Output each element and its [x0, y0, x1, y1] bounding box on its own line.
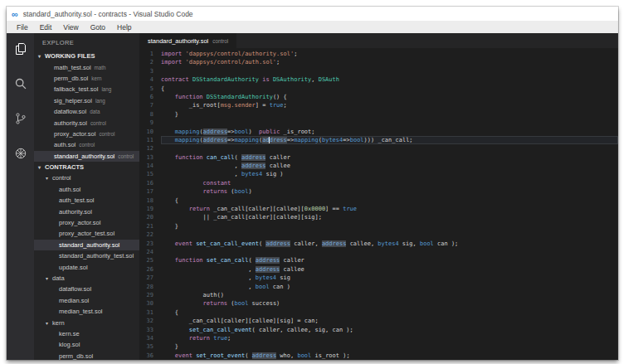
working-file-item[interactable]: math_test.solmath	[34, 61, 139, 72]
debug-icon[interactable]	[14, 147, 27, 160]
working-file-item[interactable]: proxy_actor.solcontrol	[34, 129, 139, 139]
code-line[interactable]: 9	[139, 119, 618, 127]
code-line[interactable]: 31 {	[139, 308, 618, 317]
tree-folder-control[interactable]: ▾control	[34, 172, 139, 183]
tree-folder-kern[interactable]: ▾kern	[34, 317, 139, 328]
vscode-logo-icon: ∞	[12, 10, 18, 18]
code-line[interactable]: 20 || _can_call[caller][callee][sig];	[139, 213, 618, 221]
line-number: 23	[139, 240, 161, 248]
code-line[interactable]: 12	[139, 144, 618, 153]
code-line[interactable]: 28 , bool can )	[139, 283, 618, 291]
tree-folder-data[interactable]: ▾data	[34, 273, 139, 284]
code-line[interactable]: 17 returns (bool)	[139, 187, 618, 196]
tree-file-proxy-actor-test-sol[interactable]: proxy_actor_test.sol	[34, 228, 139, 239]
code-line[interactable]: 2import 'dappsys/control/auth.sol';	[139, 58, 618, 66]
code-line[interactable]: 27 , bytes4 sig	[139, 274, 618, 282]
code-line[interactable]: 22	[139, 231, 618, 239]
tree-file-dataflow-sol[interactable]: dataflow.sol	[34, 284, 139, 294]
code-line[interactable]: 24	[139, 248, 618, 256]
menu-item-view[interactable]: View	[57, 23, 84, 32]
tree-file-standard-authority-test-sol[interactable]: standard_authority_test.sol	[34, 250, 139, 261]
code-line[interactable]: 19 return _can_call[caller][callee][0x00…	[139, 205, 618, 213]
working-file-item[interactable]: authority.solcontrol	[34, 117, 139, 128]
git-icon[interactable]	[14, 112, 27, 125]
code-line[interactable]: 5{	[139, 85, 618, 93]
chevron-down-icon: ▾	[44, 320, 50, 326]
code-token: set_can_call_event	[189, 327, 252, 333]
line-number: 15	[139, 170, 161, 178]
tree-file-proxy-actor-sol[interactable]: proxy_actor.sol	[34, 217, 139, 228]
working-file-item[interactable]: dataflow.soldata	[34, 106, 139, 117]
line-number: 6	[139, 93, 161, 101]
code-line[interactable]: 34 return true;	[139, 334, 618, 342]
code-token: event	[175, 352, 192, 359]
tree-file-standard-authority-sol[interactable]: standard_authority.sol	[34, 240, 139, 250]
code-line[interactable]: 10 mapping(address=>bool) public _is_roo…	[139, 128, 618, 136]
code-line[interactable]: 35 }	[139, 342, 618, 351]
code-token: _can_call[caller][callee][	[210, 206, 304, 212]
tree-file-median-sol[interactable]: median.sol	[34, 295, 139, 306]
line-number: 3	[139, 67, 161, 75]
code-token	[161, 154, 175, 161]
working-file-item[interactable]: perm_db.solkern	[34, 73, 139, 84]
code-line[interactable]: 36 event set_root_event( address who, bo…	[139, 352, 618, 360]
file-tag: lang	[95, 98, 105, 104]
title-bar[interactable]: ∞ standard_authority.sol - contracts - V…	[7, 7, 618, 21]
code-line[interactable]: 4contract DSStandardAuthority is DSAutho…	[139, 75, 618, 84]
contracts-header[interactable]: ▾ CONTRACTS	[34, 162, 139, 172]
code-token: sig,	[399, 240, 420, 247]
tree-file-auth-test-sol[interactable]: auth_test.sol	[34, 195, 139, 206]
code-line[interactable]: 8 }	[139, 110, 618, 119]
code-line[interactable]: 29 auth()	[139, 291, 618, 299]
code-token: is_root );	[311, 352, 349, 359]
code-editor[interactable]: 1import 'dappsys/control/authority.sol';…	[139, 48, 618, 360]
code-line[interactable]: 16 constant	[139, 179, 618, 187]
menu-item-file[interactable]: File	[11, 23, 34, 32]
code-line[interactable]: 23 event set_can_call_event( address cal…	[139, 240, 618, 248]
tree-file-kern-se[interactable]: kern.se	[34, 328, 139, 339]
code-line[interactable]: 1import 'dappsys/control/authority.sol';	[139, 50, 618, 58]
code-line[interactable]: 15 , bytes4 sig )	[139, 170, 618, 178]
search-icon[interactable]	[14, 77, 27, 90]
working-files-label: WORKING FILES	[45, 52, 95, 60]
working-files-header[interactable]: ▾ WORKING FILES	[34, 51, 139, 61]
tree-file-update-sol[interactable]: update.sol	[34, 261, 139, 272]
code-line[interactable]: 14 , address callee	[139, 162, 618, 170]
tree-file-auth-sol[interactable]: auth.sol	[34, 184, 139, 195]
tree-file-authority-sol[interactable]: authority.sol	[34, 206, 139, 216]
code-line-text: , bytes4 sig	[161, 274, 618, 282]
menu-item-help[interactable]: Help	[111, 23, 137, 32]
tree-file-perm-db-sol[interactable]: perm_db.sol	[34, 351, 139, 360]
code-token: is	[262, 76, 269, 83]
files-icon[interactable]	[14, 42, 27, 56]
code-token: {	[161, 309, 178, 316]
code-line[interactable]: 7 _is_root[msg.sender] = true;	[139, 101, 618, 109]
code-line[interactable]: 26 , address callee	[139, 265, 618, 274]
tree-file-klog-sol[interactable]: klog.sol	[34, 339, 139, 350]
working-file-item[interactable]: fallback_test.sollang	[34, 84, 139, 95]
code-line[interactable]: 21 }	[139, 222, 618, 231]
menu-item-goto[interactable]: Goto	[85, 23, 111, 32]
menu-item-edit[interactable]: Edit	[34, 23, 58, 32]
code-line[interactable]: 11 mapping(address=>mapping(address=>map…	[139, 136, 618, 144]
code-line[interactable]: 3	[139, 67, 618, 75]
working-file-item[interactable]: sig_helper.sollang	[34, 95, 139, 106]
line-number: 27	[139, 274, 161, 282]
code-line[interactable]: 18 {	[139, 197, 618, 205]
working-file-item[interactable]: auth.solcontrol	[34, 139, 139, 150]
code-line[interactable]: 32 _can_call[caller][callee][sig] = can;	[139, 317, 618, 325]
code-token	[161, 240, 175, 247]
code-line[interactable]: 25 function set_can_call( address caller	[139, 256, 618, 265]
code-token: ( caller, callee, sig, can );	[252, 327, 353, 333]
file-tag: math	[95, 65, 106, 70]
code-line[interactable]: 30 returns (bool success)	[139, 299, 618, 308]
code-line[interactable]: 6 function DSStandardAuthority() {	[139, 93, 618, 101]
code-token: callee	[265, 163, 290, 169]
working-file-item[interactable]: standard_authority.solcontrol	[34, 151, 139, 162]
code-line[interactable]: 13 function can_call( address caller	[139, 153, 618, 162]
line-number: 32	[139, 317, 161, 325]
tab-standard-authority[interactable]: standard_authority.sol control	[139, 33, 236, 48]
code-line[interactable]: 33 set_can_call_event( caller, callee, s…	[139, 326, 618, 334]
tree-file-median-test-sol[interactable]: median_test.sol	[34, 306, 139, 317]
explorer-sidebar: EXPLORE ▾ WORKING FILES math_test.solmat…	[34, 33, 139, 360]
